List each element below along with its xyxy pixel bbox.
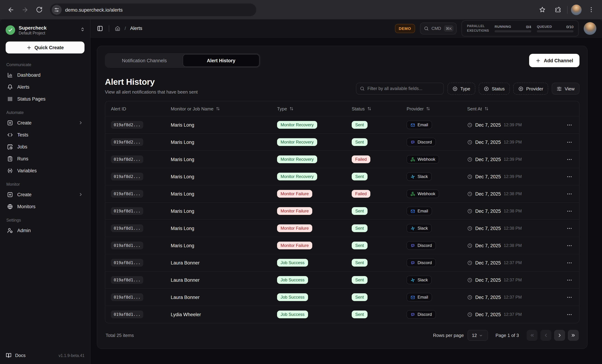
extensions-icon[interactable]: [552, 4, 564, 16]
page-info: Page 1 of 3: [495, 333, 519, 338]
bot-icon: [410, 140, 415, 144]
alert-id[interactable]: 019af8d1...: [111, 293, 143, 301]
back-icon[interactable]: [5, 4, 17, 16]
filter-chip-provider[interactable]: Provider: [513, 83, 548, 95]
sidebar-item-alerts[interactable]: Alerts: [4, 81, 86, 93]
sidebar-item-variables[interactable]: Variables: [4, 165, 86, 177]
row-actions-menu[interactable]: [559, 139, 579, 145]
add-channel-button[interactable]: Add Channel: [529, 54, 580, 67]
clock-icon: [467, 260, 473, 265]
table-row: 019af8d1...Laura BonnerJob SuccessSentDi…: [105, 254, 579, 271]
site-settings-icon[interactable]: [52, 5, 62, 15]
breadcrumb-slash: /: [125, 26, 126, 31]
url-text: demo.supercheck.io/alerts: [65, 7, 123, 12]
row-actions-menu[interactable]: [559, 294, 579, 300]
sort-icon[interactable]: [367, 106, 371, 111]
row-actions-menu[interactable]: [559, 191, 579, 197]
page-subtitle: View all alert notifications that have b…: [105, 89, 198, 95]
status-badge: Sent: [352, 311, 367, 318]
alert-id[interactable]: 019af8d2...: [111, 156, 143, 163]
sort-icon[interactable]: [289, 106, 294, 111]
filter-chip-status[interactable]: Status: [479, 83, 510, 95]
sidebar-item-create[interactable]: Create: [4, 117, 86, 129]
sidebar-item-admin[interactable]: Admin: [4, 224, 86, 236]
page-title: Alert History: [105, 77, 198, 87]
column-header-provider[interactable]: Provider: [407, 106, 467, 111]
sidebar-item-monitors[interactable]: Monitors: [4, 200, 86, 212]
provider-badge: Slack: [407, 172, 432, 181]
alert-id[interactable]: 019af8d2...: [111, 138, 143, 146]
sidebar-item-tests[interactable]: Tests: [4, 129, 86, 141]
forward-icon[interactable]: [19, 4, 31, 16]
sidebar-item-jobs[interactable]: Jobs: [4, 141, 86, 153]
column-header-sent-at[interactable]: Sent At: [467, 106, 559, 111]
row-actions-menu[interactable]: [559, 260, 579, 266]
provider-badge: Slack: [407, 276, 432, 284]
org-logo-check-icon: [6, 25, 15, 35]
column-header-monitor-or-job-name[interactable]: Monitor or Job Name: [171, 106, 277, 111]
monitor-job-name: Maris Long: [171, 122, 277, 127]
home-icon[interactable]: [115, 25, 120, 31]
alert-id[interactable]: 019af8d1...: [111, 207, 143, 215]
tab-alert-history[interactable]: Alert History: [183, 54, 259, 67]
docs-link[interactable]: Docs: [6, 352, 25, 358]
sent-at: Dec 7, 202512:39 PM: [467, 122, 559, 127]
sidebar-item-create[interactable]: Create: [4, 188, 86, 200]
sidebar-toggle-icon[interactable]: [97, 25, 103, 31]
pager-chevron-left-icon[interactable]: [540, 330, 551, 341]
quick-create-button[interactable]: Quick Create: [6, 42, 85, 53]
pager-chevrons-left-icon[interactable]: [527, 330, 538, 341]
monitor-job-name: Laura Bonner: [171, 294, 277, 300]
alert-id[interactable]: 019af8d1...: [111, 259, 143, 267]
address-bar[interactable]: demo.supercheck.io/alerts: [50, 3, 256, 16]
sidebar-item-dashboard[interactable]: Dashboard: [4, 69, 86, 81]
reload-icon[interactable]: [33, 4, 45, 16]
table-row: 019af8d2...Maris LongMonitor RecoverySen…: [105, 116, 579, 133]
alert-id[interactable]: 019af8d1...: [111, 276, 143, 284]
row-actions-menu[interactable]: [559, 277, 579, 283]
filter-chip-type[interactable]: Type: [447, 83, 475, 95]
tab-group: Notification ChannelsAlert History: [105, 53, 260, 68]
sort-icon[interactable]: [484, 106, 489, 111]
column-header-type[interactable]: Type: [277, 106, 352, 111]
pager-chevron-right-icon[interactable]: [554, 330, 565, 341]
status-badge: Sent: [352, 207, 367, 215]
bookmark-star-icon[interactable]: [536, 4, 548, 16]
filter-input[interactable]: [367, 86, 440, 91]
browser-profile-avatar[interactable]: [571, 4, 581, 15]
row-actions-menu[interactable]: [559, 225, 579, 231]
alert-id[interactable]: 019af8d1...: [111, 190, 143, 198]
rows-per-page-select[interactable]: 12: [467, 330, 488, 341]
search-icon: [360, 86, 365, 91]
row-actions-menu[interactable]: [559, 312, 579, 317]
code-icon: [7, 132, 13, 138]
view-button[interactable]: View: [552, 83, 580, 95]
column-header-status[interactable]: Status: [352, 106, 407, 111]
alert-id[interactable]: 019af8d1...: [111, 242, 143, 249]
sidebar-footer: Docs v1.1.9-beta.41: [0, 348, 90, 364]
browser-menu-icon[interactable]: [585, 4, 597, 16]
search-icon: [424, 26, 429, 31]
command-search-button[interactable]: CMD ⌘K: [420, 22, 457, 34]
row-actions-menu[interactable]: [559, 156, 579, 162]
webhook-icon: [410, 157, 415, 162]
alert-id[interactable]: 019af8d1...: [111, 311, 143, 318]
alert-id[interactable]: 019af8d2...: [111, 121, 143, 129]
row-actions-menu[interactable]: [559, 242, 579, 249]
pager-chevrons-right-icon[interactable]: [568, 330, 579, 341]
sort-icon[interactable]: [426, 106, 430, 111]
status-badge: Sent: [352, 242, 367, 249]
project-switcher[interactable]: Supercheck Default Project: [0, 19, 90, 39]
sent-at: Dec 7, 202512:37 PM: [467, 277, 559, 283]
alert-id[interactable]: 019af8d2...: [111, 173, 143, 180]
row-actions-menu[interactable]: [559, 208, 579, 214]
alert-id[interactable]: 019af8d1...: [111, 224, 143, 232]
row-actions-menu[interactable]: [559, 122, 579, 128]
user-avatar[interactable]: [584, 22, 596, 35]
row-actions-menu[interactable]: [559, 174, 579, 179]
org-name: Supercheck: [19, 25, 76, 31]
tab-notification-channels[interactable]: Notification Channels: [106, 54, 183, 67]
sidebar-item-runs[interactable]: Runs: [4, 153, 86, 165]
sort-icon[interactable]: [216, 106, 220, 111]
sidebar-item-status-pages[interactable]: Status Pages: [4, 93, 86, 105]
